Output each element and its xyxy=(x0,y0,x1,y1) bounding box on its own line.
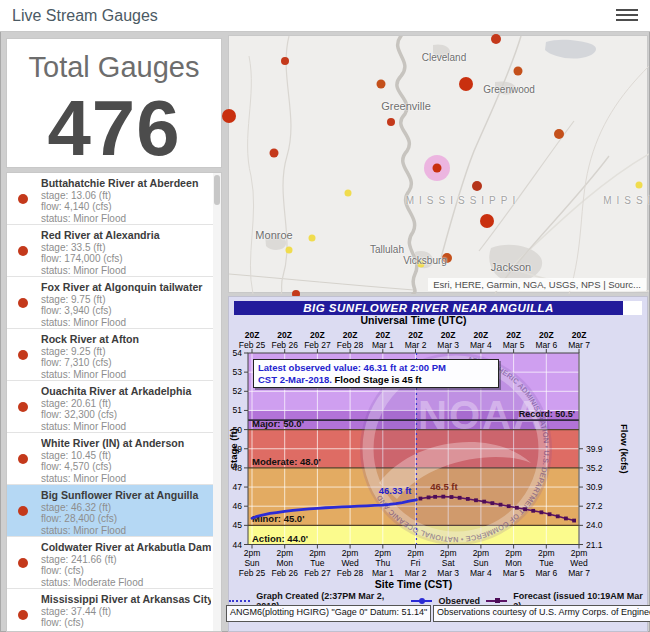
gauge-detail: stage: 46.32 (ft) xyxy=(41,502,211,514)
svg-text:Sat: Sat xyxy=(442,558,455,568)
svg-text:2pm: 2pm xyxy=(375,548,392,558)
svg-text:Moderate: 48.0': Moderate: 48.0' xyxy=(252,456,321,467)
gauge-marker[interactable] xyxy=(472,181,482,191)
gauge-marker[interactable] xyxy=(286,247,293,254)
gauge-detail: status: Minor Flood xyxy=(41,265,211,277)
gauge-detail: stage: 37.44 (ft) xyxy=(41,606,211,618)
svg-text:2pm: 2pm xyxy=(440,548,457,558)
gauge-marker[interactable] xyxy=(491,34,501,44)
map-place-label: Jackson xyxy=(491,261,531,273)
utc-axis-title: Universal Time (UTC) xyxy=(248,314,579,326)
gauge-marker[interactable] xyxy=(222,109,236,123)
svg-text:2pm: 2pm xyxy=(342,548,359,558)
svg-text:Mar 2: Mar 2 xyxy=(405,568,427,578)
svg-text:39.9: 39.9 xyxy=(586,444,603,454)
observations-credit-box: Observations courtesy of U.S. Army Corps… xyxy=(433,605,650,622)
svg-text:Record: 50.5': Record: 50.5' xyxy=(519,409,575,419)
svg-text:Mar 4: Mar 4 xyxy=(470,568,492,578)
svg-text:2pm: 2pm xyxy=(407,548,424,558)
gauge-detail: flow: 174,000 (cfs) xyxy=(41,253,211,265)
map-place-label: MISSISS xyxy=(603,195,650,206)
svg-text:Feb 27: Feb 27 xyxy=(304,340,331,350)
gauge-marker[interactable] xyxy=(514,67,523,76)
svg-text:2pm: 2pm xyxy=(244,548,261,558)
hydrograph-panel: BIG SUNFLOWER RIVER NEAR ANGUILLA Univer… xyxy=(228,296,648,632)
hamburger-menu-icon[interactable] xyxy=(616,9,638,23)
svg-text:Wed: Wed xyxy=(341,558,359,568)
gauge-marker[interactable] xyxy=(636,182,643,189)
gauge-detail: flow: 4,140 (cfs) xyxy=(41,201,211,213)
svg-text:Sun: Sun xyxy=(244,558,259,568)
gauge-detail: flow: (cfs) xyxy=(41,565,211,577)
gauge-detail: stage: 20.61 (ft) xyxy=(41,398,211,410)
gauge-marker[interactable] xyxy=(281,57,289,65)
gage-datum-box: ANGM6(plotting HGIRG) "Gage 0" Datum: 51… xyxy=(226,605,431,622)
gauge-list-item[interactable]: Red River at Alexandriastage: 33.5 (ft)f… xyxy=(7,225,221,277)
gauge-marker[interactable] xyxy=(377,80,386,89)
map-panel[interactable]: ClevelandGreenwoodGreenvilleMISSISSIPPIM… xyxy=(228,35,648,293)
svg-text:Feb 27: Feb 27 xyxy=(304,568,331,578)
svg-text:Flow (kcfs): Flow (kcfs) xyxy=(619,424,630,474)
svg-text:2pm: 2pm xyxy=(473,548,490,558)
gauge-marker[interactable] xyxy=(345,190,352,197)
gauge-status-dot xyxy=(18,246,28,256)
gauge-marker[interactable] xyxy=(459,77,473,91)
svg-text:Mon: Mon xyxy=(276,558,293,568)
svg-text:30.9: 30.9 xyxy=(586,482,603,492)
gauge-status-dot xyxy=(18,610,28,620)
svg-text:47: 47 xyxy=(233,482,243,492)
gauge-marker[interactable] xyxy=(554,129,564,139)
gauge-detail: stage: 33.5 (ft) xyxy=(41,242,211,254)
latest-observed-line1: Latest observed value: 46.31 ft at 2:00 … xyxy=(258,362,446,373)
gauge-list-item[interactable]: Rock River at Aftonstage: 9.25 (ft)flow:… xyxy=(7,329,221,381)
gauge-detail: flow: 4,570 (cfs) xyxy=(41,461,211,473)
gauge-name: Mississippi River at Arkansas City xyxy=(41,593,211,606)
svg-text:24.0: 24.0 xyxy=(586,520,603,530)
gauge-marker[interactable] xyxy=(480,214,494,228)
gauge-list-item[interactable]: Ouachita River at Arkadelphiastage: 20.6… xyxy=(7,381,221,433)
gauge-detail: stage: 9.75 (ft) xyxy=(41,294,211,306)
svg-text:46: 46 xyxy=(233,501,243,511)
gauge-marker[interactable] xyxy=(270,149,279,158)
total-gauges-label: Total Gauges xyxy=(7,51,221,84)
gauge-list-item[interactable]: Fox River at Algonquin tailwaterstage: 9… xyxy=(7,277,221,329)
svg-text:Major: 50.0': Major: 50.0' xyxy=(252,418,304,429)
svg-text:21.1: 21.1 xyxy=(586,540,603,550)
gauge-list-scrollbar[interactable] xyxy=(213,173,221,631)
forecast-line-sample xyxy=(486,600,507,602)
map-place-label: Cleveland xyxy=(422,52,466,63)
svg-text:Mon: Mon xyxy=(505,558,522,568)
gauge-status-dot xyxy=(18,558,28,568)
svg-text:20Z: 20Z xyxy=(408,330,423,340)
gauge-detail: stage: 10.45 (ft) xyxy=(41,450,211,462)
svg-text:Stage (ft): Stage (ft) xyxy=(229,428,239,469)
gauge-marker[interactable] xyxy=(309,235,316,242)
gauge-status-dot xyxy=(18,454,28,464)
gauge-list-item[interactable]: White River (IN) at Andersonstage: 10.45… xyxy=(7,433,221,485)
svg-text:46.5 ft: 46.5 ft xyxy=(430,481,458,492)
map-place-label: Monroe xyxy=(255,229,292,241)
site-time-axis-title: Site Time (CST) xyxy=(248,578,579,590)
gauge-list-item[interactable]: Mississippi River at Arkansas Citystage:… xyxy=(7,589,221,632)
svg-text:Feb 25: Feb 25 xyxy=(239,340,266,350)
hydrograph-titlebar-end-cap xyxy=(623,301,642,315)
svg-text:2pm: 2pm xyxy=(571,548,588,558)
hydrograph-title: BIG SUNFLOWER RIVER NEAR ANGUILLA xyxy=(234,301,623,315)
observed-line-sample xyxy=(411,600,432,602)
gauge-marker[interactable] xyxy=(387,118,395,126)
svg-text:Feb 28: Feb 28 xyxy=(337,568,364,578)
app-title: Live Stream Gauges xyxy=(12,7,158,25)
map-attribution: Esri, HERE, Garmin, NGA, USGS, NPS | Sou… xyxy=(428,278,646,291)
gauge-list-item[interactable]: Buttahatchie River at Aberdeenstage: 13.… xyxy=(7,173,221,225)
gauge-marker[interactable] xyxy=(433,164,442,173)
gauge-detail: status: Minor Flood xyxy=(41,525,211,537)
svg-text:Wed: Wed xyxy=(570,558,588,568)
svg-text:20Z: 20Z xyxy=(441,330,456,340)
gauge-list-item[interactable]: Coldwater River at Arkabutla Damstage: 2… xyxy=(7,537,221,589)
svg-text:20Z: 20Z xyxy=(539,330,554,340)
app-header: Live Stream Gauges xyxy=(0,0,650,32)
svg-text:Mar 1: Mar 1 xyxy=(372,340,394,350)
scrollbar-thumb[interactable] xyxy=(214,175,220,205)
map-place-label: Tallulah xyxy=(370,244,404,255)
gauge-list-item[interactable]: Big Sunflower River at Anguillastage: 46… xyxy=(7,485,221,537)
